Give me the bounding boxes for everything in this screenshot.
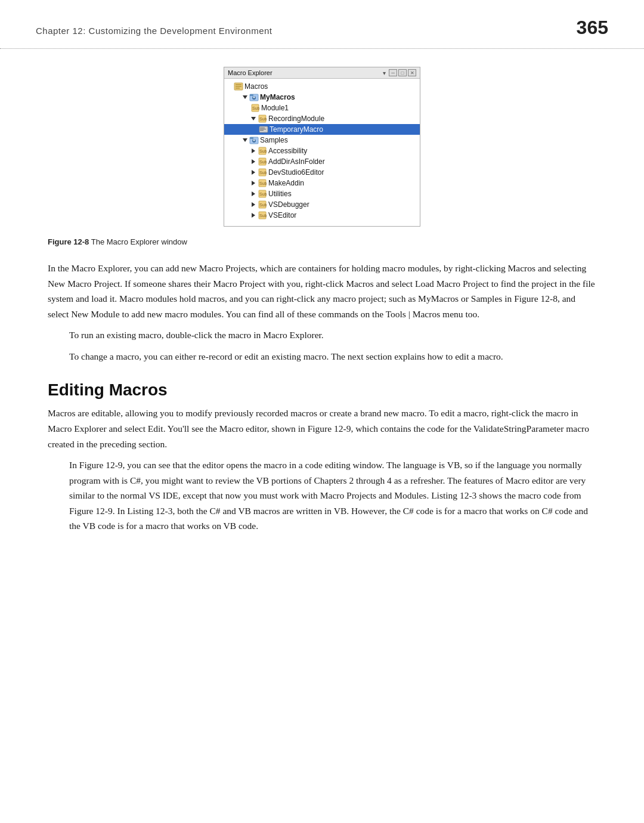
- expand-samples[interactable]: [242, 137, 249, 144]
- recordingmodule-icon: Sub: [258, 114, 267, 123]
- svg-rect-3: [236, 88, 240, 89]
- paragraph-2: To run an existing macro, double-click t…: [48, 327, 596, 343]
- tree-item-vseditor[interactable]: Sub VSEditor: [224, 210, 420, 224]
- expand-adddirasfolder[interactable]: [250, 158, 258, 165]
- svg-rect-5: [250, 94, 253, 96]
- pin-icon: ▾: [383, 70, 386, 76]
- expand-vsdebugger[interactable]: [250, 201, 258, 208]
- samples-label: Samples: [260, 136, 288, 144]
- vseditor-label: VSEditor: [268, 211, 296, 219]
- figure-caption: Figure 12-8 The Macro Explorer window: [48, 237, 596, 246]
- expand-vseditor[interactable]: [250, 212, 258, 219]
- makeaddin-icon: Sub: [258, 178, 267, 188]
- page-header: Chapter 12: Customizing the Development …: [0, 0, 644, 49]
- tree-item-accessibility[interactable]: Sub Accessibility: [224, 146, 420, 156]
- main-content: Macro Explorer ▾ ─ □ ✕: [0, 67, 644, 534]
- expand-devstudio6editor[interactable]: [250, 169, 258, 176]
- accessibility-icon: Sub: [258, 146, 267, 156]
- vsdebugger-label: VSDebugger: [268, 200, 309, 209]
- paragraph-1: In the Macro Explorer, you can add new M…: [48, 261, 596, 321]
- svg-text:Sub: Sub: [259, 171, 267, 175]
- module1-icon: Sub: [250, 103, 260, 113]
- expand-utilities[interactable]: [250, 190, 258, 197]
- temporarymacro-label: TemporaryMacro: [270, 125, 323, 134]
- chapter-title: Chapter 12: Customizing the Development …: [36, 26, 273, 36]
- tree-item-recordingmodule[interactable]: Sub RecordingModule: [224, 113, 420, 124]
- macros-label: Macros: [244, 82, 268, 91]
- vseditor-icon: Sub: [258, 211, 267, 220]
- window-title-bar: Macro Explorer ▾ ─ □ ✕: [224, 67, 420, 79]
- svg-text:Sub: Sub: [259, 192, 267, 196]
- macros-icon: [234, 82, 243, 91]
- window-controls: ▾ ─ □ ✕: [383, 69, 416, 76]
- tree-item-macros[interactable]: Macros: [224, 81, 420, 92]
- macro-tree: Macros MyMacros: [224, 79, 420, 226]
- devstudio6editor-icon: Sub: [258, 168, 267, 177]
- section-paragraph-2: In Figure 12-9, you can see that the edi…: [48, 457, 596, 534]
- svg-rect-21: [254, 139, 255, 141]
- paragraph-3: To change a macro, you can either re-rec…: [48, 349, 596, 364]
- samples-icon: [249, 135, 259, 145]
- svg-rect-8: [254, 96, 255, 98]
- expand-makeaddin[interactable]: [250, 180, 258, 187]
- svg-text:Sub: Sub: [259, 149, 267, 153]
- temporarymacro-icon: [259, 125, 268, 134]
- svg-text:Sub: Sub: [252, 106, 260, 110]
- svg-rect-16: [260, 130, 264, 131]
- tree-item-adddirasinFolder[interactable]: Sub AddDirAsInFolder: [224, 156, 420, 167]
- svg-rect-18: [250, 137, 253, 139]
- svg-rect-15: [260, 129, 266, 129]
- recordingmodule-label: RecordingModule: [268, 115, 324, 123]
- svg-rect-14: [260, 128, 265, 128]
- tree-item-vsdebugger[interactable]: Sub VSDebugger: [224, 199, 420, 210]
- adddirasfolder-label: AddDirAsInFolder: [268, 157, 325, 166]
- mymacros-label: MyMacros: [260, 93, 295, 101]
- figure-caption-text: The Macro Explorer window: [89, 237, 187, 246]
- tree-item-module1[interactable]: Sub Module1: [224, 103, 420, 113]
- figure-caption-bold: Figure 12-8: [48, 237, 89, 246]
- tree-item-temporarymacro[interactable]: TemporaryMacro: [224, 124, 420, 135]
- devstudio6editor-label: DevStudio6Editor: [268, 168, 324, 177]
- tree-item-makeaddin[interactable]: Sub MakeAddin: [224, 178, 420, 188]
- macro-explorer-window: Macro Explorer ▾ ─ □ ✕: [224, 67, 420, 227]
- tree-item-mymacros[interactable]: MyMacros: [224, 92, 420, 103]
- mymacros-icon: [249, 92, 259, 102]
- window-title-text: Macro Explorer: [228, 69, 273, 76]
- close-button[interactable]: ✕: [408, 69, 416, 76]
- svg-text:Sub: Sub: [259, 160, 267, 164]
- expand-recordingmodule[interactable]: [250, 115, 258, 122]
- page-number: 365: [577, 17, 608, 39]
- svg-text:Sub: Sub: [259, 117, 267, 121]
- tree-item-utilities[interactable]: Sub Utilities: [224, 188, 420, 199]
- tree-item-samples[interactable]: Samples: [224, 135, 420, 146]
- section-heading: Editing Macros: [48, 380, 596, 400]
- section-paragraph-1: Macros are editable, allowing you to mod…: [48, 406, 596, 451]
- accessibility-label: Accessibility: [268, 147, 307, 155]
- expand-mymacros[interactable]: [242, 94, 249, 101]
- utilities-icon: Sub: [258, 189, 267, 199]
- svg-text:Sub: Sub: [259, 181, 267, 185]
- svg-rect-1: [236, 84, 242, 85]
- makeaddin-label: MakeAddin: [268, 179, 304, 187]
- maximize-button[interactable]: □: [398, 69, 407, 76]
- macro-explorer-container: Macro Explorer ▾ ─ □ ✕: [48, 67, 596, 227]
- minimize-button[interactable]: ─: [389, 69, 397, 76]
- module1-label: Module1: [261, 104, 289, 112]
- expand-accessibility[interactable]: [250, 147, 258, 154]
- utilities-label: Utilities: [268, 190, 292, 198]
- svg-text:Sub: Sub: [259, 214, 267, 218]
- adddirasfolder-icon: Sub: [258, 157, 267, 166]
- svg-rect-2: [236, 86, 242, 87]
- svg-text:Sub: Sub: [259, 203, 267, 207]
- tree-item-devstudio6editor[interactable]: Sub DevStudio6Editor: [224, 167, 420, 178]
- vsdebugger-icon: Sub: [258, 200, 267, 209]
